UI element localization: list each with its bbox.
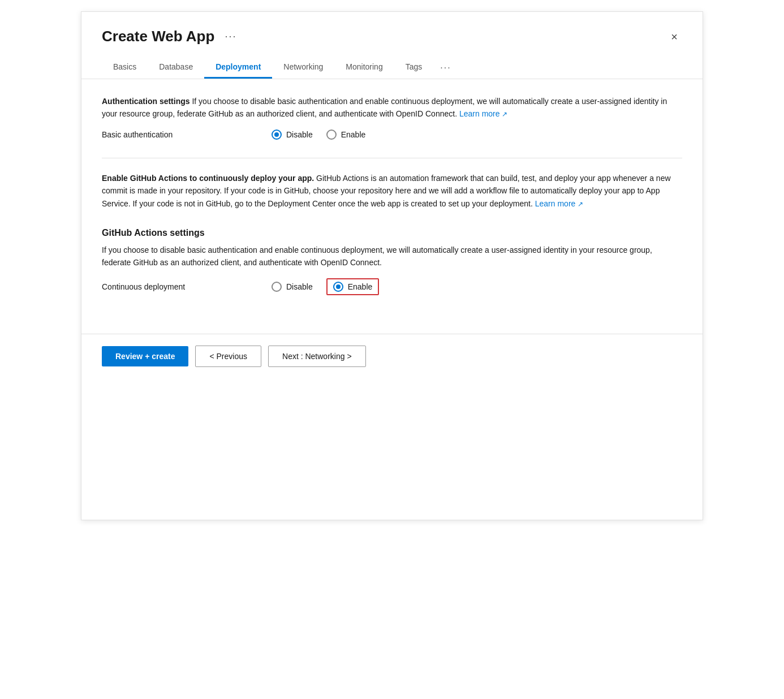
tab-networking[interactable]: Networking [272, 57, 334, 79]
continuous-deployment-enable-label: Enable [348, 282, 373, 291]
auth-settings-section: Authentication settings If you choose to… [102, 95, 682, 140]
tab-basics[interactable]: Basics [102, 57, 148, 79]
auth-settings-description: Authentication settings If you choose to… [102, 95, 682, 120]
tab-database[interactable]: Database [148, 57, 204, 79]
basic-auth-disable-label: Disable [286, 130, 313, 139]
basic-auth-field-row: Basic authentication Disable Enable [102, 130, 682, 140]
continuous-deployment-disable-radio[interactable] [272, 282, 282, 292]
tab-deployment[interactable]: Deployment [204, 57, 272, 79]
continuous-deployment-radio-group: Disable Enable [272, 278, 379, 295]
create-web-app-dialog: Create Web App ··· × Basics Database Dep… [81, 11, 703, 520]
divider-1 [102, 158, 682, 158]
auth-learn-more-link[interactable]: Learn more [459, 109, 507, 118]
tab-monitoring[interactable]: Monitoring [334, 57, 394, 79]
continuous-deployment-disable-option[interactable]: Disable [272, 282, 313, 292]
next-button[interactable]: Next : Networking > [268, 346, 366, 367]
github-actions-settings-section: GitHub Actions settings If you choose to… [102, 228, 682, 295]
tab-tags[interactable]: Tags [394, 57, 434, 79]
basic-auth-enable-label: Enable [341, 130, 366, 139]
github-actions-settings-title: GitHub Actions settings [102, 228, 682, 238]
continuous-deployment-field-row: Continuous deployment Disable Enable [102, 278, 682, 295]
tabs-more-button[interactable]: ··· [433, 57, 458, 79]
github-actions-title: Enable GitHub Actions to continuously de… [102, 174, 314, 183]
basic-auth-label: Basic authentication [102, 130, 226, 139]
review-create-button[interactable]: Review + create [102, 346, 188, 366]
basic-auth-enable-option[interactable]: Enable [326, 130, 366, 140]
continuous-deployment-enable-radio[interactable] [333, 282, 343, 292]
continuous-deployment-label: Continuous deployment [102, 282, 226, 291]
github-actions-section: Enable GitHub Actions to continuously de… [102, 172, 682, 210]
content-area: Authentication settings If you choose to… [81, 79, 703, 334]
tabs-container: Basics Database Deployment Networking Mo… [81, 45, 703, 79]
close-button[interactable]: × [666, 29, 682, 45]
footer: Review + create < Previous Next : Networ… [81, 334, 703, 378]
github-learn-more-link[interactable]: Learn more [535, 199, 583, 208]
basic-auth-disable-option[interactable]: Disable [272, 130, 313, 140]
previous-button[interactable]: < Previous [195, 346, 261, 367]
auth-settings-title: Authentication settings [102, 97, 190, 106]
dialog-title: Create Web App [102, 28, 214, 45]
continuous-deployment-enable-option[interactable]: Enable [326, 278, 380, 295]
basic-auth-enable-radio[interactable] [326, 130, 337, 140]
more-options-button[interactable]: ··· [221, 28, 240, 45]
continuous-deployment-disable-label: Disable [286, 282, 313, 291]
dialog-header: Create Web App ··· × [81, 12, 703, 45]
github-actions-description: Enable GitHub Actions to continuously de… [102, 172, 682, 210]
basic-auth-radio-group: Disable Enable [272, 130, 365, 140]
title-row: Create Web App ··· [102, 28, 240, 45]
github-actions-settings-description: If you choose to disable basic authentic… [102, 244, 682, 269]
basic-auth-disable-radio[interactable] [272, 130, 282, 140]
